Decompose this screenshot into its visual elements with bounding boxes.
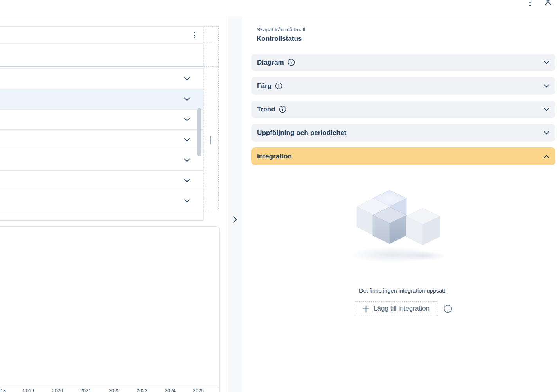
integration-info-button[interactable] [444, 304, 452, 313]
chevron-down-icon[interactable] [184, 158, 190, 162]
expand-panel-button[interactable] [233, 216, 237, 224]
placeholder-cell [204, 27, 218, 43]
table-row-expandable[interactable] [0, 109, 203, 129]
plus-icon [362, 305, 370, 313]
cubes-illustration [347, 187, 450, 271]
panel-subtitle: Skapat från måttmall [257, 27, 305, 32]
accordion-label: Integration [257, 153, 292, 160]
table-row-expandable[interactable] [0, 170, 203, 191]
accordion-label: Trend [257, 106, 275, 113]
info-icon[interactable] [275, 82, 282, 90]
table-row[interactable] [0, 43, 203, 66]
more-options-icon[interactable] [528, 0, 532, 6]
accordion-integration[interactable]: Integration [251, 147, 555, 165]
chart-panel: 2018 2019 2020 2021 2022 2023 2024 2025 [0, 226, 220, 392]
x-tick-label: 2018 [0, 388, 12, 392]
x-tick-label: 2020 [46, 388, 69, 392]
accordion-farg[interactable]: Färg [251, 77, 555, 95]
integration-actions: Lägg till integration [243, 301, 559, 316]
x-tick-label: 2021 [74, 388, 97, 392]
chevron-down-icon[interactable] [184, 179, 190, 183]
x-tick-label: 2022 [102, 388, 126, 392]
table-row[interactable] [0, 211, 203, 220]
chevron-down-icon[interactable] [184, 118, 190, 122]
row-more-options-icon[interactable] [194, 32, 195, 38]
x-tick-label: 2025 [187, 388, 210, 392]
chevron-up-icon [543, 155, 550, 158]
chevron-down-icon [543, 61, 550, 65]
info-icon [444, 304, 452, 313]
chevron-down-icon [543, 131, 550, 135]
accordion-diagram[interactable]: Diagram [251, 54, 555, 71]
accordion-label: Uppföljning och periodicitet [257, 129, 347, 137]
accordion-uppfoljning[interactable]: Uppföljning och periodicitet [251, 124, 555, 142]
table-section-divider [0, 66, 203, 68]
close-icon[interactable] [544, 0, 552, 7]
chart-x-axis [0, 387, 218, 387]
x-tick-label: 2023 [130, 388, 154, 392]
accordion-label: Diagram [257, 59, 284, 67]
chevron-right-icon [233, 216, 237, 223]
x-tick-label: 2024 [158, 388, 182, 392]
chevron-down-icon[interactable] [184, 199, 190, 203]
add-integration-button[interactable]: Lägg till integration [354, 301, 438, 316]
measure-table [0, 26, 204, 221]
accordion-trend[interactable]: Trend [251, 101, 555, 118]
vertical-scrollbar[interactable] [197, 108, 201, 156]
chevron-down-icon[interactable] [184, 138, 190, 142]
add-integration-label: Lägg till integration [374, 305, 430, 313]
x-tick-label: 2019 [17, 388, 40, 392]
chevron-down-icon[interactable] [184, 77, 190, 81]
page-title: Kontrollstatus [257, 35, 302, 43]
table-row-expandable[interactable] [0, 129, 203, 150]
table-row-expandable[interactable] [0, 150, 203, 170]
panel-collapse-strip [228, 16, 243, 392]
accordion-label: Färg [257, 82, 271, 90]
chevron-down-icon [543, 84, 550, 88]
settings-panel: Skapat från måttmall Kontrollstatus Diag… [243, 16, 559, 392]
info-icon[interactable] [279, 106, 286, 113]
table-row-expandable[interactable] [0, 191, 203, 211]
table-row-expandable-selected[interactable] [0, 89, 203, 109]
add-column-placeholder [204, 26, 219, 211]
info-icon[interactable] [288, 59, 295, 66]
integration-empty-text: Det finns ingen integration uppsatt. [243, 288, 559, 294]
table-row[interactable] [0, 27, 203, 43]
table-row-expandable[interactable] [0, 68, 203, 89]
plus-icon [206, 135, 216, 145]
chevron-down-icon[interactable] [184, 97, 190, 101]
add-column-button[interactable] [206, 135, 216, 145]
chevron-down-icon [543, 108, 550, 111]
window-topbar [0, 0, 559, 16]
placeholder-cell [204, 43, 218, 67]
